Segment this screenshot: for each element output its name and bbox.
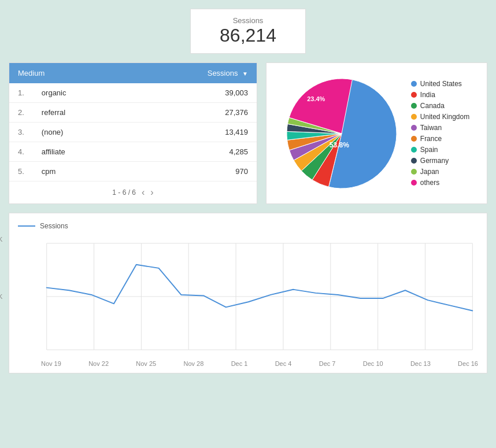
pagination-text: 1 - 6 / 6	[112, 188, 136, 197]
x-axis-label: Nov 25	[136, 360, 156, 367]
row-medium: affiliate	[33, 142, 127, 162]
row-rank: 1.	[9, 83, 33, 103]
legend-dot	[411, 81, 417, 87]
sessions-value: 86,214	[202, 25, 294, 46]
legend-label: others	[420, 179, 439, 187]
legend-label: India	[420, 91, 435, 99]
medium-table: Medium Sessions ▼ 1. organic 39,003 2. r…	[9, 63, 257, 182]
sessions-col-header: Sessions ▼	[127, 63, 257, 83]
row-sessions: 970	[127, 162, 257, 182]
table-row: 4. affiliate 4,285	[9, 142, 257, 162]
x-axis-label: Dec 10	[363, 360, 383, 367]
row-sessions: 4,285	[127, 142, 257, 162]
table-row: 2. referral 27,376	[9, 103, 257, 123]
x-axis-label: Dec 4	[275, 360, 292, 367]
legend-dot	[411, 136, 417, 142]
x-axis-label: Dec 16	[458, 360, 478, 367]
x-axis-label: Nov 22	[88, 360, 109, 367]
table-pagination: 1 - 6 / 6 ‹ ›	[9, 182, 257, 203]
row-rank: 4.	[9, 142, 33, 162]
y-label-6k: 6K	[0, 236, 2, 243]
legend-dot	[411, 114, 417, 120]
line-chart-header: Sessions	[18, 222, 478, 230]
x-axis-label: Dec 13	[410, 360, 431, 367]
legend-label: United Kingdom	[420, 113, 469, 121]
legend-label: United States	[420, 80, 462, 88]
next-page-button[interactable]: ›	[150, 187, 153, 198]
table-row: 3. (none) 13,419	[9, 123, 257, 142]
legend-label: Canada	[420, 102, 445, 110]
medium-col-header: Medium	[9, 63, 127, 83]
row-sessions: 13,419	[127, 123, 257, 142]
x-axis-label: Nov 19	[41, 360, 61, 367]
legend-item: Spain	[411, 146, 469, 154]
y-label-0: 0	[0, 350, 2, 357]
legend-item: Japan	[411, 168, 469, 176]
y-axis-labels: 6K 3K 0	[0, 236, 2, 357]
legend-item: France	[411, 135, 469, 143]
line-chart-title: Sessions	[40, 222, 68, 230]
legend-dot	[411, 103, 417, 109]
sessions-box: Sessions 86,214	[190, 9, 306, 54]
line-legend-bar	[18, 225, 35, 227]
sessions-label: Sessions	[202, 16, 294, 25]
top-row: Medium Sessions ▼ 1. organic 39,003 2. r…	[9, 62, 487, 204]
prev-page-button[interactable]: ‹	[142, 187, 145, 198]
line-chart-container: Sessions 6K 3K 0 Nov 19Nov 22Nov 25Nov 2…	[9, 213, 487, 373]
legend-label: France	[420, 135, 442, 143]
legend-item: Taiwan	[411, 124, 469, 132]
row-rank: 5.	[9, 162, 33, 182]
x-axis-label: Dec 1	[231, 360, 248, 367]
legend-dot	[411, 158, 417, 164]
row-sessions: 27,376	[127, 103, 257, 123]
pie-chart-container: 53.8% 23.4% United States India Canada U…	[266, 62, 487, 204]
pie-legend: United States India Canada United Kingdo…	[411, 80, 469, 187]
chart-area	[41, 236, 478, 357]
table-row: 1. organic 39,003	[9, 83, 257, 103]
legend-label: Taiwan	[420, 124, 442, 132]
row-medium: (none)	[33, 123, 127, 142]
legend-dot	[411, 169, 417, 175]
legend-dot	[411, 180, 417, 186]
legend-dot	[411, 147, 417, 153]
legend-item: United States	[411, 80, 469, 88]
sort-arrow-icon: ▼	[242, 71, 248, 77]
legend-label: Spain	[420, 146, 438, 154]
legend-dot	[411, 125, 417, 131]
pie-chart-wrap: 53.8% 23.4%	[284, 76, 399, 191]
row-rank: 2.	[9, 103, 33, 123]
legend-item: India	[411, 91, 469, 99]
legend-label: Germany	[420, 157, 449, 165]
legend-item: Canada	[411, 102, 469, 110]
pie-svg	[284, 76, 399, 191]
medium-table-container: Medium Sessions ▼ 1. organic 39,003 2. r…	[9, 62, 257, 204]
row-rank: 3.	[9, 123, 33, 142]
line-chart-svg	[41, 236, 478, 357]
legend-dot	[411, 92, 417, 98]
x-axis-labels: Nov 19Nov 22Nov 25Nov 28Dec 1Dec 4Dec 7D…	[41, 360, 478, 367]
legend-label: Japan	[420, 168, 439, 176]
row-sessions: 39,003	[127, 83, 257, 103]
table-row: 5. cpm 970	[9, 162, 257, 182]
row-medium: referral	[33, 103, 127, 123]
legend-item: others	[411, 179, 469, 187]
x-axis-label: Nov 28	[183, 360, 203, 367]
row-medium: cpm	[33, 162, 127, 182]
legend-item: Germany	[411, 157, 469, 165]
x-axis-label: Dec 7	[319, 360, 336, 367]
y-label-3k: 3K	[0, 293, 2, 300]
row-medium: organic	[33, 83, 127, 103]
legend-item: United Kingdom	[411, 113, 469, 121]
